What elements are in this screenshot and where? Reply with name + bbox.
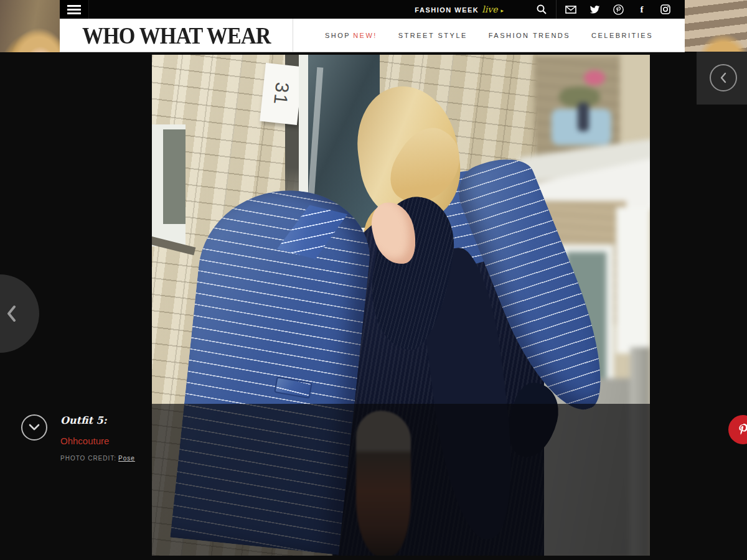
photo-credit-label: PHOTO CREDIT: [60,455,116,462]
photo-credit: PHOTO CREDIT:Pose [60,455,135,462]
photo-credit-link[interactable]: Pose [118,455,135,462]
twitter-icon[interactable] [583,0,606,19]
window-left [152,124,186,246]
live-label: live [482,4,497,14]
background-model-photo-right [685,0,747,52]
live-arrow-icon: ▸ [500,7,504,14]
email-icon[interactable] [559,0,583,19]
search-icon[interactable] [530,0,553,19]
fashion-week-label: FASHION WEEK [415,6,479,14]
facebook-icon[interactable]: f [630,0,654,19]
main-navigation: SHOPNEW! STREET STYLE FASHION TRENDS CEL… [293,19,685,52]
pinterest-icon [735,422,747,438]
background-model-photo-left [0,0,61,52]
site-header: WHO WHAT WEAR SHOPNEW! STREET STYLE FASH… [60,19,685,52]
site-logo-text: WHO WHAT WEAR [82,21,270,49]
fashion-week-live-link[interactable]: FASHION WEEK live ▸ [415,4,504,14]
nav-celebrities[interactable]: CELEBRITIES [591,32,653,39]
previous-slide-button[interactable] [0,274,39,353]
gallery-back-button[interactable] [697,52,747,105]
house-number-sign: 31 [260,63,303,125]
photo-caption: Outfit 5: Ohhcouture PHOTO CREDIT:Pose [60,414,135,462]
caption-collapse-button[interactable] [21,414,47,441]
instagram-icon[interactable] [654,0,677,19]
caption-dark-overlay [152,404,650,556]
pinterest-icon[interactable] [606,0,630,19]
nav-shop[interactable]: SHOPNEW! [325,32,377,39]
nav-fashion-trends[interactable]: FASHION TRENDS [489,32,570,39]
pinterest-save-button[interactable] [728,415,747,444]
chevron-left-icon [710,64,737,91]
hamburger-menu-icon[interactable] [60,0,89,19]
outfit-label: Outfit 5: [60,414,135,426]
site-logo[interactable]: WHO WHAT WEAR [60,19,293,52]
topbar-divider [556,0,557,19]
top-utility-bar: FASHION WEEK live ▸ f [60,0,685,19]
source-link[interactable]: Ohhcouture [60,436,135,446]
chevron-left-icon [6,305,17,322]
nav-street-style[interactable]: STREET STYLE [398,32,467,39]
nav-shop-accent: NEW! [353,32,377,39]
chevron-down-icon [28,424,40,431]
street-style-photo[interactable]: 31 [152,55,650,556]
